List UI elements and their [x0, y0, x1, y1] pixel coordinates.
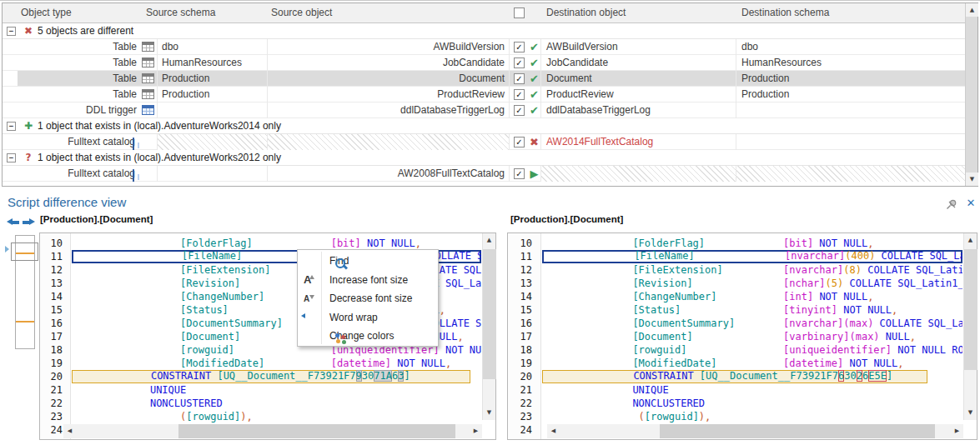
collapse-toggle[interactable]: −	[7, 153, 16, 162]
scroll-up-icon[interactable]: ▲	[483, 233, 495, 247]
pin-icon[interactable]	[945, 198, 958, 212]
line-number: 10	[508, 237, 532, 250]
include-cell: ✓✔	[510, 71, 541, 87]
destination-code-area[interactable]: [FolderFlag] [bit] NOT NULL, [FileName] …	[542, 233, 962, 439]
group-row[interactable]: −✖5 objects are different	[3, 23, 977, 39]
scroll-up-icon[interactable]: ▲	[964, 233, 977, 247]
column-header-object-type[interactable]: Object type	[21, 7, 72, 18]
menu-item-decrease-font-size[interactable]: ADecrease font size	[298, 289, 438, 308]
scrollbar-thumb[interactable]	[660, 424, 935, 438]
close-icon[interactable]: ✕	[964, 197, 977, 210]
code-line[interactable]: [DocumentSummary] [nvarchar](max) COLLAT…	[542, 317, 962, 330]
line-number: 14	[508, 290, 532, 303]
include-cell: ✓▶	[510, 166, 541, 182]
include-cell: ✓✔	[510, 39, 541, 55]
diff-map-viewport[interactable]	[11, 242, 38, 261]
menu-item-increase-font-size[interactable]: AIncrease font size	[298, 271, 438, 290]
scrollbar-thumb[interactable]	[964, 249, 977, 370]
code-line[interactable]: [ModifiedDate] [datetime] NOT NULL,	[542, 357, 962, 370]
group-row[interactable]: −✚1 object that exists in (local).Advent…	[3, 118, 977, 134]
row-checkbox[interactable]: ✓	[514, 105, 525, 116]
scrollbar-thumb[interactable]	[483, 249, 496, 379]
left-horizontal-scrollbar[interactable]: ◀ ▶	[63, 424, 482, 438]
code-line[interactable]: [rowguid] [uniqueidentifier] NOT NULL RO…	[542, 343, 962, 357]
code-line[interactable]: [ChangeNumber] [int] NOT NULL,	[542, 290, 962, 303]
object-type-cell: DDL trigger	[18, 102, 158, 118]
table-row[interactable]: TabledboAWBuildVersion✓✔AWBuildVersiondb…	[3, 39, 977, 55]
code-line[interactable]: [FileExtension] [nvarchar](8) COLLATE SQ…	[542, 263, 962, 277]
row-checkbox[interactable]: ✓	[514, 73, 525, 84]
grid-vertical-scrollbar[interactable]: ▲ ▼	[965, 3, 977, 186]
code-line[interactable]: [Status] [tinyint] NOT NULL,	[542, 303, 962, 317]
row-checkbox[interactable]: ✓	[514, 137, 525, 148]
scroll-left-icon[interactable]: ◀	[547, 424, 560, 438]
row-checkbox[interactable]: ✓	[514, 168, 525, 179]
line-number: 11	[508, 250, 532, 263]
scroll-left-icon[interactable]: ◀	[63, 424, 76, 438]
code-line[interactable]: ([rowguid]),	[72, 410, 481, 423]
table-icon	[142, 42, 154, 52]
column-header-destination-object[interactable]: Destination object	[546, 7, 626, 18]
line-number: 15	[508, 303, 532, 317]
right-horizontal-scrollbar[interactable]: ◀ ▶	[547, 424, 963, 438]
right-vertical-scrollbar[interactable]: ▲ ▼	[963, 233, 977, 420]
code-line[interactable]: CONSTRAINT [UQ__Document__F73921F793071A…	[72, 370, 470, 383]
code-line[interactable]: [FolderFlag] [bit] NOT NULL,	[542, 237, 962, 250]
code-line[interactable]: NONCLUSTERED	[72, 397, 481, 410]
scroll-up-icon[interactable]: ▲	[966, 3, 978, 17]
table-row[interactable]: TableHumanResourcesJobCandidate✓✔JobCand…	[3, 55, 977, 71]
menu-item-find[interactable]: Find	[298, 252, 438, 271]
destination-object-cell	[541, 166, 736, 182]
row-checkbox[interactable]: ✓	[514, 42, 525, 52]
collapse-toggle[interactable]: −	[7, 27, 16, 36]
scroll-down-icon[interactable]: ▼	[966, 172, 978, 186]
code-line[interactable]: [FileName] [nvarchar](400) COLLATE SQL_L…	[542, 250, 962, 263]
left-vertical-scrollbar[interactable]: ▲ ▼	[482, 233, 495, 420]
table-row[interactable]: Fulltext catalog✓✖AW2014FullTextCatalog	[3, 134, 977, 150]
source-schema-cell	[158, 134, 268, 150]
source-schema-cell: dbo	[158, 39, 268, 55]
code-line[interactable]: [Revision] [nchar](5) COLLATE SQL_Latin1…	[542, 277, 962, 290]
destination-object-cell: JobCandidate	[541, 55, 736, 71]
code-line[interactable]: [Document] [varbinary](max) NULL,	[542, 330, 962, 343]
comparison-grid: Object type Source schema Source object …	[2, 2, 978, 187]
header-checkbox[interactable]	[514, 8, 525, 18]
row-checkbox[interactable]: ✓	[514, 89, 525, 100]
decrease-font-icon: A	[302, 292, 317, 305]
menu-item-word-wrap[interactable]: Word wrap	[298, 308, 438, 328]
code-line[interactable]: [ModifiedDate] [datetime] NOT NULL,	[72, 357, 481, 370]
column-header-source-object[interactable]: Source object	[271, 7, 332, 18]
column-header-source-schema[interactable]: Source schema	[146, 7, 215, 18]
scroll-down-icon[interactable]: ▼	[483, 406, 495, 419]
row-checkbox[interactable]: ✓	[514, 58, 525, 68]
previous-difference-icon[interactable]	[7, 218, 19, 226]
trigger-icon	[142, 105, 154, 115]
scroll-right-icon[interactable]: ▶	[470, 424, 482, 438]
next-difference-icon[interactable]	[23, 218, 35, 226]
destination-object-cell: ddlDatabaseTriggerLog	[541, 102, 736, 118]
code-line[interactable]: CONSTRAINT [UQ__Document__F73921F763026E…	[542, 370, 927, 383]
table-row[interactable]: TableProductionDocument✓✔DocumentProduct…	[3, 71, 977, 87]
table-row[interactable]: Fulltext catalogAW2008FullTextCatalog✓▶	[3, 166, 977, 182]
scrollbar-thumb[interactable]	[178, 424, 455, 438]
diff-map-position-icon	[5, 246, 9, 252]
diff-map-change-marker[interactable]	[16, 321, 34, 322]
code-line[interactable]: NONCLUSTERED	[542, 397, 962, 410]
destination-schema-cell	[736, 166, 967, 182]
object-type-cell: Table	[18, 87, 158, 102]
destination-schema-cell	[736, 102, 967, 118]
code-line[interactable]: [FolderFlag] [bit] NOT NULL,	[72, 237, 481, 250]
scroll-down-icon[interactable]: ▼	[964, 406, 977, 419]
group-row[interactable]: −?1 object that exists in (local).Advent…	[3, 150, 977, 166]
source-object-cell: Document	[268, 71, 510, 87]
collapse-toggle[interactable]: −	[7, 122, 16, 131]
destination-schema-cell: dbo	[736, 39, 967, 55]
table-row[interactable]: DDL triggerddlDatabaseTriggerLog✓✔ddlDat…	[3, 102, 977, 118]
code-line[interactable]: UNIQUE	[72, 383, 481, 397]
table-row[interactable]: TableProductionProductReview✓✔ProductRev…	[3, 87, 977, 102]
code-line[interactable]: ([rowguid]),	[542, 410, 962, 423]
scroll-right-icon[interactable]: ▶	[951, 424, 963, 438]
menu-item-change-colors[interactable]: Change colors	[298, 327, 438, 346]
column-header-destination-schema[interactable]: Destination schema	[741, 7, 829, 18]
code-line[interactable]: UNIQUE	[542, 383, 962, 397]
